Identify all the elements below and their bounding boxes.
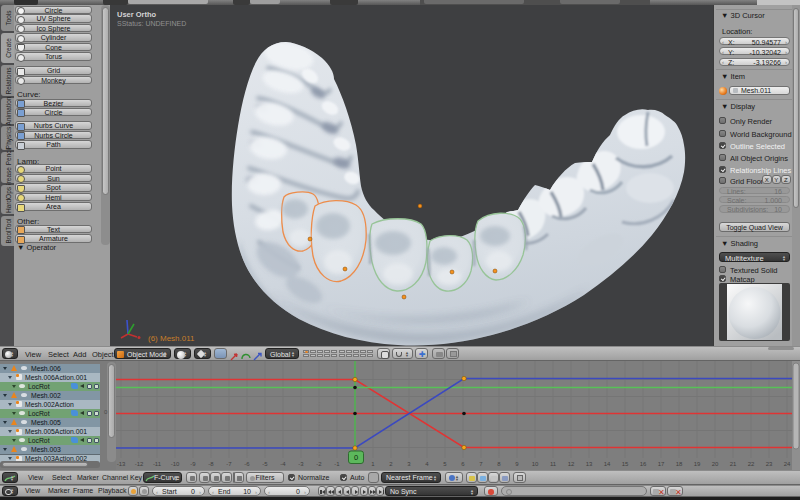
svg-text:-2: -2	[316, 461, 322, 467]
svg-text:0: 0	[104, 409, 108, 415]
svg-text:-12: -12	[135, 461, 144, 467]
svg-text:0: 0	[354, 453, 358, 462]
svg-text:16: 16	[640, 461, 647, 467]
svg-text:-6: -6	[244, 461, 250, 467]
svg-text:SStatus: UNDEFINED: SStatus: UNDEFINED	[117, 20, 186, 27]
svg-text:15: 15	[622, 461, 629, 467]
svg-text:17: 17	[658, 461, 665, 467]
svg-text:-9: -9	[190, 461, 196, 467]
svg-text:-1: -1	[334, 461, 340, 467]
svg-text:24: 24	[784, 461, 791, 467]
svg-text:22: 22	[748, 461, 755, 467]
svg-text:(6) Mesh.011: (6) Mesh.011	[148, 334, 195, 343]
svg-text:-11: -11	[153, 461, 162, 467]
svg-text:-5: -5	[262, 461, 268, 467]
svg-text:20: 20	[712, 461, 719, 467]
svg-text:-3: -3	[298, 461, 304, 467]
svg-text:19: 19	[694, 461, 701, 467]
svg-text:14: 14	[604, 461, 611, 467]
svg-text:12: 12	[568, 461, 575, 467]
svg-text:21: 21	[730, 461, 737, 467]
svg-text:-7: -7	[226, 461, 232, 467]
svg-text:-8: -8	[208, 461, 214, 467]
svg-text:11: 11	[550, 461, 557, 467]
svg-text:23: 23	[766, 461, 773, 467]
svg-text:13: 13	[586, 461, 593, 467]
svg-text:-4: -4	[280, 461, 286, 467]
svg-text:-13: -13	[117, 461, 126, 467]
svg-text:18: 18	[676, 461, 683, 467]
svg-text:User Ortho: User Ortho	[117, 10, 157, 19]
svg-text:-10: -10	[171, 461, 180, 467]
svg-text:10: 10	[532, 461, 539, 467]
